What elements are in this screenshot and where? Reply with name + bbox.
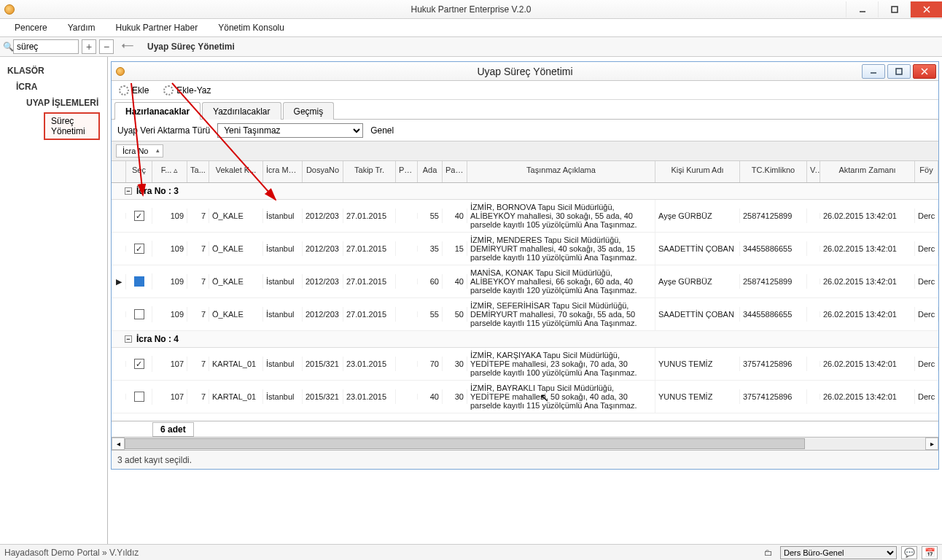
table-row[interactable]: 1077KARTAL_01İstanbul2015/32123.01.20157… bbox=[112, 348, 938, 381]
tab-gecmis[interactable]: Geçmiş bbox=[283, 102, 335, 120]
cell-acik: İZMİR, MENDERES Tapu Sicil Müdürlüğü, DE… bbox=[467, 233, 655, 265]
scroll-right-icon[interactable]: ▸ bbox=[925, 438, 938, 450]
folder-icon bbox=[764, 548, 776, 558]
col-takiptr[interactable]: Takip Tr. bbox=[343, 161, 396, 182]
group-chip-icrano[interactable]: İcra No bbox=[116, 144, 163, 158]
ekle-yaz-button[interactable]: Ekle-Yaz bbox=[159, 84, 215, 97]
col-tc[interactable]: TC.Kimlikno bbox=[740, 161, 807, 182]
cell-ada: 70 bbox=[418, 357, 443, 371]
cell-ada: 60 bbox=[418, 274, 443, 289]
cell-foy: Derc bbox=[915, 357, 938, 371]
row-indicator bbox=[112, 394, 126, 400]
tab-hazirlanacaklar[interactable]: Hazırlanacaklar bbox=[114, 102, 201, 120]
col-vekalet[interactable]: Vekalet K... bbox=[209, 161, 263, 182]
col-aciklama[interactable]: Taşınmaz Açıklama bbox=[467, 161, 655, 182]
col-sec[interactable]: Seç bbox=[126, 161, 152, 182]
back-arrow-icon[interactable]: ⭠ bbox=[121, 39, 134, 55]
inner-minimize-button[interactable] bbox=[862, 64, 885, 79]
menu-yardim[interactable]: Yardım bbox=[68, 23, 96, 33]
checkbox-icon[interactable] bbox=[134, 276, 144, 287]
checkbox-icon[interactable] bbox=[134, 309, 144, 319]
col-parsel[interactable]: Par... bbox=[443, 161, 467, 182]
row-checkbox[interactable] bbox=[126, 241, 152, 257]
grid-footer: 6 adet bbox=[112, 421, 938, 437]
scroll-track[interactable] bbox=[125, 438, 925, 450]
filter-genel[interactable]: Genel bbox=[370, 125, 394, 136]
col-mudurluk[interactable]: İcra Mü... bbox=[263, 161, 303, 182]
col-ada[interactable]: Ada bbox=[418, 161, 443, 182]
breadcrumb: Uyap Süreç Yönetimi bbox=[141, 37, 942, 56]
minimize-button[interactable] bbox=[846, 1, 878, 18]
status-combo[interactable]: Ders Büro-Genel bbox=[780, 546, 897, 559]
col-foy[interactable]: Föy bbox=[915, 161, 938, 182]
grid-header: Seç F... ▵ Ta... Vekalet K... İcra Mü...… bbox=[112, 161, 938, 183]
col-pa[interactable]: Pa... bbox=[396, 161, 418, 182]
col-indicator[interactable] bbox=[112, 161, 126, 182]
ekle-button[interactable]: Ekle bbox=[114, 84, 153, 97]
add-button[interactable]: + bbox=[82, 39, 96, 54]
filter-select[interactable]: Yeni Taşınmaz bbox=[217, 123, 363, 138]
h-scrollbar[interactable]: ◂ ▸ bbox=[112, 437, 938, 450]
table-row[interactable]: 1077KARTAL_01İstanbul2015/32123.01.20154… bbox=[112, 381, 938, 413]
cell-ta: 7 bbox=[187, 389, 209, 404]
cell-acik: İZMİR, BORNOVA Tapu Sicil Müdürlüğü, ALİ… bbox=[467, 200, 655, 232]
checkbox-icon[interactable] bbox=[134, 211, 144, 221]
collapse-icon[interactable]: − bbox=[125, 187, 132, 195]
row-checkbox[interactable] bbox=[126, 306, 152, 322]
cell-tc: 34455886655 bbox=[740, 307, 807, 322]
table-row[interactable]: 1097Ö_KALEİstanbul2012/20327.01.20153515… bbox=[112, 233, 938, 265]
tab-yazdirilacaklar[interactable]: Yazdırılacaklar bbox=[202, 102, 281, 120]
svg-rect-5 bbox=[896, 69, 902, 74]
col-v[interactable]: V... bbox=[807, 161, 820, 182]
inner-title: Uyap Süreç Yönetimi bbox=[477, 66, 572, 77]
menu-pencere[interactable]: Pencere bbox=[15, 23, 47, 33]
cell-dno: 2012/203 bbox=[303, 209, 343, 223]
scroll-left-icon[interactable]: ◂ bbox=[112, 438, 125, 450]
menu-haber[interactable]: Hukuk Partner Haber bbox=[116, 23, 198, 33]
sidebar-uyap[interactable]: UYAP İŞLEMLERİ bbox=[3, 95, 104, 111]
calendar-icon[interactable]: 📅 bbox=[922, 546, 938, 559]
col-f[interactable]: F... ▵ bbox=[152, 161, 187, 182]
cell-ta: 7 bbox=[187, 357, 209, 371]
close-button[interactable] bbox=[910, 1, 942, 18]
cell-foy: Derc bbox=[915, 274, 938, 289]
checkbox-icon[interactable] bbox=[134, 244, 144, 254]
chat-icon[interactable]: 💬 bbox=[901, 546, 917, 559]
checkbox-icon[interactable] bbox=[134, 359, 144, 369]
remove-button[interactable]: − bbox=[99, 39, 114, 54]
grid-body[interactable]: −İcra No : 31097Ö_KALEİstanbul2012/20327… bbox=[112, 183, 938, 421]
sidebar-klasor[interactable]: KLASÖR bbox=[3, 63, 104, 79]
col-dosyano[interactable]: DosyaNo bbox=[303, 161, 343, 182]
row-checkbox[interactable] bbox=[126, 273, 152, 289]
cell-ttr: 27.01.2015 bbox=[343, 241, 396, 256]
table-row[interactable]: 1097Ö_KALEİstanbul2012/20327.01.20155540… bbox=[112, 200, 938, 233]
row-checkbox[interactable] bbox=[126, 208, 152, 224]
cell-ta: 7 bbox=[187, 307, 209, 322]
cell-kisi: SAADETTİN ÇOBAN bbox=[655, 307, 740, 322]
spin-icon bbox=[119, 85, 129, 96]
sidebar-surec-yonetimi[interactable]: Süreç Yönetimi bbox=[44, 112, 100, 140]
cell-par: 30 bbox=[443, 357, 467, 371]
col-aktarim[interactable]: Aktarım Zamanı bbox=[820, 161, 915, 182]
row-checkbox[interactable] bbox=[126, 356, 152, 372]
sidebar-icra[interactable]: İCRA bbox=[3, 79, 104, 95]
inner-maximize-button[interactable] bbox=[887, 64, 911, 79]
cell-akt: 26.02.2015 13:42:01 bbox=[820, 274, 915, 289]
search-input[interactable] bbox=[13, 39, 79, 54]
group-row[interactable]: −İcra No : 4 bbox=[112, 331, 938, 348]
scroll-thumb[interactable] bbox=[125, 438, 805, 449]
col-ta[interactable]: Ta... bbox=[187, 161, 209, 182]
menu-konsol[interactable]: Yönetim Konsolu bbox=[218, 23, 284, 33]
cell-mud: İstanbul bbox=[263, 357, 303, 371]
col-kisi[interactable]: Kişi Kurum Adı bbox=[655, 161, 740, 182]
checkbox-icon[interactable] bbox=[134, 392, 144, 402]
group-row[interactable]: −İcra No : 3 bbox=[112, 183, 938, 200]
table-row[interactable]: ▶1097Ö_KALEİstanbul2012/20327.01.2015604… bbox=[112, 265, 938, 298]
inner-close-button[interactable] bbox=[913, 64, 936, 79]
svg-rect-1 bbox=[892, 7, 898, 12]
table-row[interactable]: 1097Ö_KALEİstanbul2012/20327.01.20155550… bbox=[112, 298, 938, 331]
collapse-icon[interactable]: − bbox=[125, 335, 132, 343]
row-checkbox[interactable] bbox=[126, 389, 152, 405]
cell-dno: 2015/321 bbox=[303, 357, 343, 371]
maximize-button[interactable] bbox=[878, 1, 910, 18]
